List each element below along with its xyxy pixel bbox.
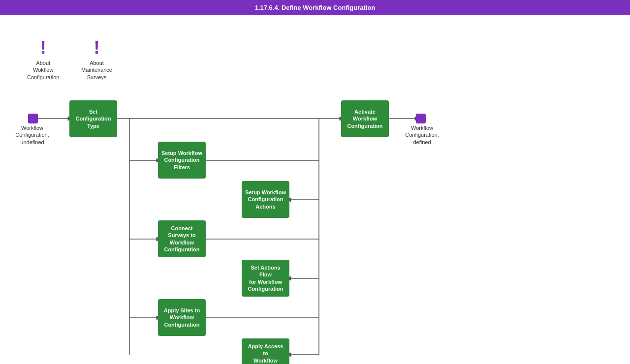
wf-defined-label: WorkflowConfiguration,defined (404, 124, 441, 146)
about-maintenance-label: AboutMaintenanceSurveys (81, 60, 112, 81)
wf-undefined-label: WorkflowConfiguration,undefined (14, 124, 51, 146)
setup-actions-box[interactable]: Setup WorkflowConfigurationActions (242, 181, 289, 218)
wf-defined-dot (416, 114, 426, 123)
apply-access-box[interactable]: Apply Access toWorkflowConfiguration (242, 338, 289, 364)
setup-filters-box[interactable]: Setup WorkflowConfigurationFilters (158, 142, 206, 179)
exclamation-icon-2: ! (94, 39, 100, 57)
about-workflow-icon-block: ! AboutWokflowConfiguration (27, 39, 59, 81)
apply-sites-box[interactable]: Apply Sites toWorkflowConfiguration (158, 299, 206, 336)
diagram-canvas: ! AboutWokflowConfiguration ! AboutMaint… (0, 15, 630, 364)
activate-wf-box[interactable]: ActivateWorkflowConfiguration (341, 100, 389, 137)
exclamation-icon-1: ! (40, 39, 46, 57)
set-actions-flow-box[interactable]: Set Actions Flowfor WorkflowConfiguratio… (242, 260, 289, 297)
about-workflow-label: AboutWokflowConfiguration (27, 60, 59, 81)
connect-surveys-box[interactable]: ConnectSurveys toWorkflowConfiguration (158, 220, 206, 257)
header-title: 1.17.6.4. Define Workflow Configuration (255, 4, 376, 11)
page-header: 1.17.6.4. Define Workflow Configuration (0, 0, 630, 15)
about-maintenance-icon-block: ! AboutMaintenanceSurveys (81, 39, 112, 81)
wf-undefined-dot (28, 114, 38, 123)
set-config-type-box[interactable]: SetConfigurationType (69, 100, 117, 137)
